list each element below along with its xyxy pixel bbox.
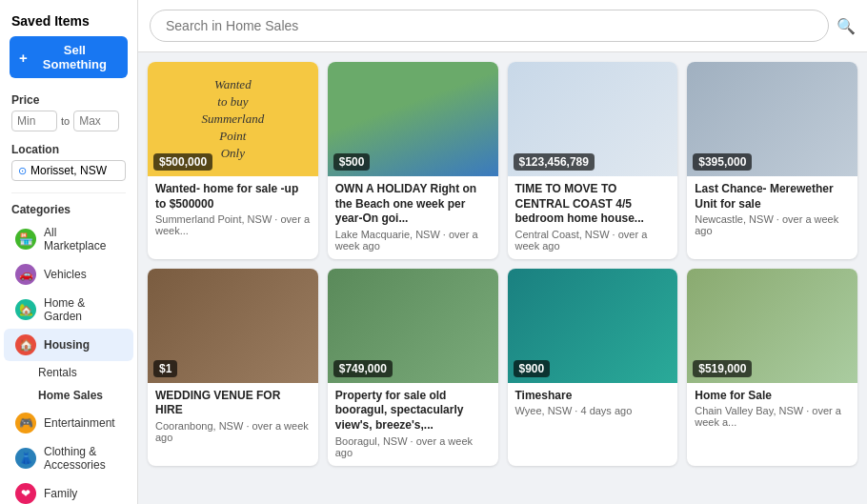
listing-card-6[interactable]: $749,000 Property for sale old booragul,… [328, 269, 498, 466]
card-location-8: Chain Valley Bay, NSW · over a week a... [695, 405, 850, 428]
card-title-6: Property for sale old booragul, spectacu… [335, 389, 491, 433]
sidebar-item-all-marketplace[interactable]: 🏪 All Marketplace [4, 220, 133, 258]
card-title-5: WEDDING VENUE FOR HIRE [155, 389, 311, 418]
price-min-input[interactable] [11, 111, 57, 131]
location-filter: Location ⊙ [0, 137, 137, 189]
card-price-5: $1 [153, 360, 177, 377]
price-filter: Price to [0, 88, 137, 137]
listing-card-7[interactable]: $900 Timeshare Wyee, NSW · 4 days ago [508, 269, 678, 466]
card-image-1: Wantedto buySummerlandPointOnly $500,000 [148, 62, 318, 176]
all-marketplace-icon: 🏪 [15, 229, 36, 250]
home-garden-icon: 🏡 [15, 299, 36, 320]
sell-button[interactable]: + Sell Something [10, 36, 128, 78]
main-content: 🔍 Wantedto buySummerlandPointOnly $500,0… [138, 0, 867, 504]
card-body-8: Home for Sale Chain Valley Bay, NSW · ov… [687, 383, 857, 436]
card-body-4: Last Chance- Merewether Unit for sale Ne… [687, 176, 857, 244]
sidebar-item-entertainment[interactable]: 🎮 Entertainment [4, 407, 133, 439]
vehicles-icon: 🚗 [15, 264, 36, 285]
search-button[interactable]: 🔍 [837, 17, 856, 35]
sidebar-item-home-garden[interactable]: 🏡 Home & Garden [4, 291, 133, 329]
card-price-2: $500 [333, 153, 371, 171]
card-title-1: Wanted- home for sale -up to $500000 [155, 182, 311, 212]
family-icon: ❤ [15, 483, 36, 504]
card-title-8: Home for Sale [695, 389, 850, 404]
card-price-4: $395,000 [693, 153, 752, 171]
search-bar: 🔍 [138, 0, 867, 52]
sidebar-item-home-sales[interactable]: Home Sales [30, 384, 137, 407]
card-body-6: Property for sale old booragul, spectacu… [328, 383, 498, 466]
card-title-3: TIME TO MOVE TO CENTRAL COAST 4/5 bedroo… [515, 182, 671, 227]
card-body-7: Timeshare Wyee, NSW · 4 days ago [508, 383, 678, 425]
card-image-5: $1 [148, 269, 318, 383]
location-label: Location [11, 143, 126, 156]
card-price-8: $519,000 [693, 360, 752, 377]
card-title-4: Last Chance- Merewether Unit for sale [695, 182, 850, 212]
card-price-7: $900 [514, 360, 551, 377]
card-body-5: WEDDING VENUE FOR HIRE Cooranbong, NSW ·… [148, 383, 318, 451]
divider [11, 192, 126, 193]
plus-icon: + [19, 50, 28, 66]
categories-label: Categories [0, 197, 137, 220]
sell-button-label: Sell Something [31, 43, 118, 71]
vehicles-label: Vehicles [44, 268, 87, 281]
card-title-2: OWN A HOLIDAY Right on the Beach one wee… [335, 182, 491, 227]
sidebar-item-vehicles[interactable]: 🚗 Vehicles [4, 258, 133, 291]
clothing-icon: 👗 [15, 448, 36, 469]
sidebar: Saved Items + Sell Something Price to Lo… [0, 0, 138, 504]
entertainment-icon: 🎮 [15, 413, 36, 433]
card-body-3: TIME TO MOVE TO CENTRAL COAST 4/5 bedroo… [508, 176, 678, 259]
all-marketplace-label: All Marketplace [44, 226, 122, 252]
listings-grid-area: Wantedto buySummerlandPointOnly $500,000… [138, 52, 867, 504]
card-location-3: Central Coast, NSW · over a week ago [515, 229, 671, 252]
housing-subitems: Rentals Home Sales [30, 361, 137, 407]
location-input-wrap: ⊙ [11, 160, 126, 181]
card-title-7: Timeshare [515, 389, 671, 404]
card-price-6: $749,000 [333, 360, 393, 377]
card-location-6: Booragul, NSW · over a week ago [335, 435, 491, 458]
listings-grid: Wantedto buySummerlandPointOnly $500,000… [148, 62, 857, 466]
family-label: Family [44, 487, 77, 500]
card-image-7: $900 [508, 269, 678, 383]
card-body-2: OWN A HOLIDAY Right on the Beach one wee… [328, 176, 498, 259]
card-image-6: $749,000 [328, 269, 498, 383]
sidebar-item-housing[interactable]: 🏠 Housing [4, 329, 133, 361]
card-price-3: $123,456,789 [514, 153, 595, 171]
listing-card-3[interactable]: $123,456,789 TIME TO MOVE TO CENTRAL COA… [508, 62, 678, 259]
sidebar-item-rentals[interactable]: Rentals [30, 361, 137, 384]
search-input[interactable] [150, 10, 829, 42]
price-to-label: to [61, 115, 70, 127]
card-image-3: $123,456,789 [508, 62, 678, 176]
card-location-2: Lake Macquarie, NSW · over a week ago [335, 229, 491, 252]
listing-card-5[interactable]: $1 WEDDING VENUE FOR HIRE Cooranbong, NS… [148, 269, 318, 466]
housing-icon: 🏠 [15, 334, 36, 355]
location-icon: ⊙ [18, 165, 27, 177]
housing-label: Housing [44, 338, 90, 352]
home-garden-label: Home & Garden [44, 296, 122, 323]
listing-card-4[interactable]: $395,000 Last Chance- Merewether Unit fo… [687, 62, 857, 259]
sidebar-item-family[interactable]: ❤ Family [4, 477, 133, 504]
sidebar-item-clothing[interactable]: 👗 Clothing & Accessories [4, 439, 133, 477]
location-input[interactable] [30, 164, 116, 177]
listing-card-8[interactable]: $519,000 Home for Sale Chain Valley Bay,… [687, 269, 857, 466]
card-image-2: $500 [328, 62, 498, 176]
clothing-label: Clothing & Accessories [44, 445, 122, 472]
price-label: Price [11, 93, 126, 107]
listing-card-1[interactable]: Wantedto buySummerlandPointOnly $500,000… [148, 62, 318, 259]
card-image-4: $395,000 [687, 62, 857, 176]
card-price-1: $500,000 [153, 153, 212, 171]
sidebar-title: Saved Items [0, 8, 137, 36]
search-icon: 🔍 [837, 18, 856, 34]
card-location-7: Wyee, NSW · 4 days ago [515, 405, 671, 416]
card-body-1: Wanted- home for sale -up to $500000 Sum… [148, 176, 318, 244]
listing-card-2[interactable]: $500 OWN A HOLIDAY Right on the Beach on… [328, 62, 498, 259]
price-max-input[interactable] [73, 111, 119, 131]
card-location-4: Newcastle, NSW · over a week ago [695, 213, 850, 236]
card-location-1: Summerland Point, NSW · over a week... [155, 213, 311, 236]
entertainment-label: Entertainment [44, 416, 115, 430]
price-row: to [11, 111, 126, 131]
card-location-5: Cooranbong, NSW · over a week ago [155, 420, 311, 443]
card-image-8: $519,000 [687, 269, 857, 383]
